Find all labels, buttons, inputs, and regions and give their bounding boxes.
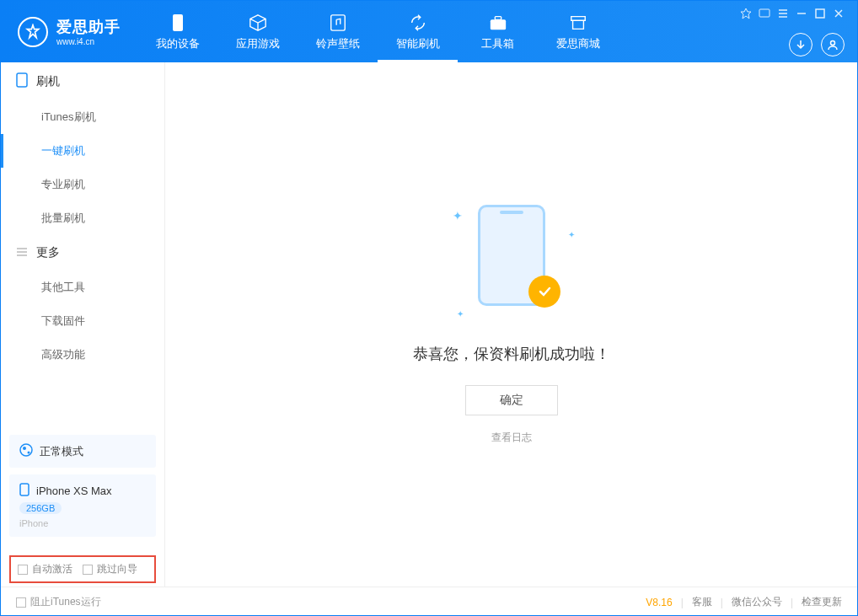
svg-point-9 bbox=[23, 447, 26, 450]
mode-card[interactable]: 正常模式 bbox=[9, 435, 156, 468]
nav-advanced[interactable]: 高级功能 bbox=[1, 338, 164, 372]
refresh-icon bbox=[408, 13, 428, 33]
tab-apps-games[interactable]: 应用游戏 bbox=[217, 1, 298, 62]
music-icon bbox=[328, 13, 348, 33]
check-icon bbox=[528, 276, 560, 308]
svg-rect-4 bbox=[759, 9, 770, 17]
logo: 爱思助手 www.i4.cn bbox=[1, 17, 137, 47]
svg-point-10 bbox=[28, 452, 30, 454]
main-content: ✦ ✦ ✦ 恭喜您，保资料刷机成功啦！ 确定 查看日志 bbox=[165, 62, 857, 587]
header-bar: 爱思助手 www.i4.cn 我的设备 应用游戏 铃声壁纸 智能刷机 工具箱 爱… bbox=[1, 1, 857, 62]
account-button[interactable] bbox=[821, 33, 845, 56]
sidebar: 刷机 iTunes刷机 一键刷机 专业刷机 批量刷机 更多 其他工具 下载固件 … bbox=[1, 62, 165, 587]
toolbox-icon bbox=[488, 13, 508, 33]
block-itunes-checkbox[interactable]: 阻止iTunes运行 bbox=[16, 595, 101, 609]
capacity-badge: 256GB bbox=[19, 502, 62, 514]
svg-rect-2 bbox=[490, 19, 505, 29]
close-button[interactable] bbox=[833, 8, 845, 23]
skip-guide-checkbox[interactable]: 跳过向导 bbox=[83, 562, 137, 576]
nav-oneclick-flash[interactable]: 一键刷机 bbox=[1, 134, 164, 168]
maximize-button[interactable] bbox=[814, 8, 826, 23]
device-icon bbox=[168, 13, 188, 33]
svg-rect-5 bbox=[816, 9, 824, 18]
cube-icon bbox=[248, 13, 268, 33]
app-title: 爱思助手 bbox=[56, 17, 121, 37]
mode-icon bbox=[19, 443, 33, 459]
nav-pro-flash[interactable]: 专业刷机 bbox=[1, 168, 164, 201]
window-controls bbox=[740, 8, 857, 56]
phone-icon bbox=[16, 72, 28, 90]
list-icon bbox=[16, 246, 28, 260]
app-subtitle: www.i4.cn bbox=[56, 37, 121, 46]
wechat-link[interactable]: 微信公众号 bbox=[732, 595, 782, 609]
device-phone-icon bbox=[19, 483, 29, 499]
update-link[interactable]: 检查更新 bbox=[802, 595, 842, 609]
svg-rect-7 bbox=[17, 73, 27, 87]
svg-rect-0 bbox=[173, 14, 183, 31]
section-flash: 刷机 bbox=[1, 62, 164, 100]
theme-icon[interactable] bbox=[740, 8, 752, 23]
tab-smart-flash[interactable]: 智能刷机 bbox=[378, 1, 458, 62]
svg-point-8 bbox=[20, 444, 32, 456]
svg-point-6 bbox=[831, 40, 835, 45]
menu-icon[interactable] bbox=[777, 8, 789, 23]
shop-icon bbox=[568, 13, 588, 33]
support-link[interactable]: 客服 bbox=[692, 595, 712, 609]
app-icon bbox=[18, 17, 48, 47]
auto-activate-checkbox[interactable]: 自动激活 bbox=[18, 562, 72, 576]
footer: 阻止iTunes运行 V8.16 | 客服 | 微信公众号 | 检查更新 bbox=[1, 587, 857, 616]
svg-rect-3 bbox=[495, 16, 501, 19]
success-message: 恭喜您，保资料刷机成功啦！ bbox=[413, 344, 610, 364]
tab-toolbox[interactable]: 工具箱 bbox=[458, 1, 538, 62]
device-type: iPhone bbox=[19, 518, 146, 528]
svg-rect-1 bbox=[330, 14, 345, 29]
tab-ringtones[interactable]: 铃声壁纸 bbox=[298, 1, 378, 62]
device-card[interactable]: iPhone XS Max 256GB iPhone bbox=[9, 474, 156, 537]
view-log-link[interactable]: 查看日志 bbox=[491, 431, 532, 445]
nav-download-fw[interactable]: 下载固件 bbox=[1, 304, 164, 338]
feedback-icon[interactable] bbox=[759, 8, 770, 23]
options-highlight: 自动激活 跳过向导 bbox=[9, 555, 156, 583]
section-more: 更多 bbox=[1, 235, 164, 271]
success-illustration: ✦ ✦ ✦ bbox=[453, 205, 571, 323]
tab-my-device[interactable]: 我的设备 bbox=[137, 1, 217, 62]
minimize-button[interactable] bbox=[796, 8, 807, 23]
ok-button[interactable]: 确定 bbox=[465, 385, 558, 415]
main-tabs: 我的设备 应用游戏 铃声壁纸 智能刷机 工具箱 爱思商城 bbox=[137, 1, 740, 62]
nav-itunes-flash[interactable]: iTunes刷机 bbox=[1, 100, 164, 134]
svg-rect-11 bbox=[20, 484, 29, 495]
nav-batch-flash[interactable]: 批量刷机 bbox=[1, 201, 164, 235]
nav-other-tools[interactable]: 其他工具 bbox=[1, 271, 164, 304]
tab-store[interactable]: 爱思商城 bbox=[538, 1, 618, 62]
version-label: V8.16 bbox=[646, 597, 672, 608]
download-button[interactable] bbox=[789, 33, 812, 56]
